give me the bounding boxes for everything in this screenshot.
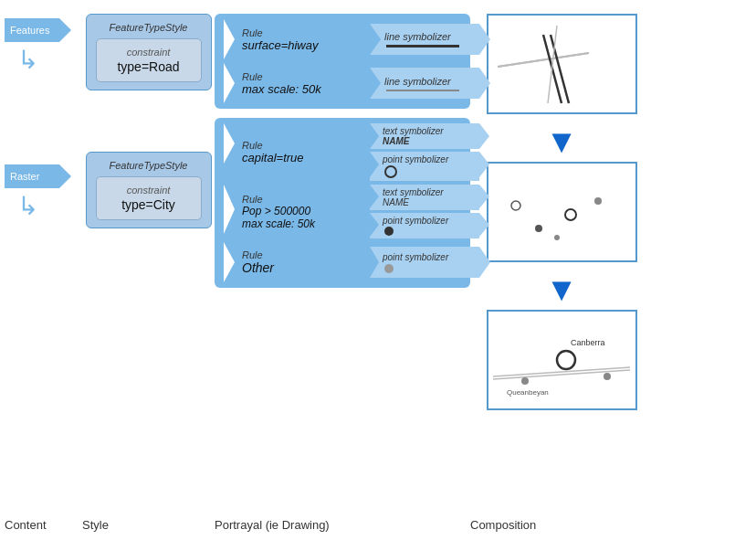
city-sym1-group: text symbolizer NAME point symbolizer: [370, 123, 479, 181]
city-sym1-label: text symbolizer: [383, 126, 470, 136]
fts2-value: type=City: [106, 197, 192, 212]
city-sym3-group: text symbolizer NAME point symbolizer: [370, 185, 479, 238]
turn-arrow-features: ↳: [17, 48, 38, 73]
label-composition: Composition: [470, 516, 653, 533]
style-column: FeatureTypeStyle constraint type=Road Fe…: [82, 9, 215, 239]
city-sym4-dot: [384, 227, 394, 236]
city-sym1-chevron: text symbolizer NAME: [370, 123, 479, 149]
fts1-value: type=Road: [106, 59, 192, 74]
features-turn-arrow: ↳: [17, 48, 59, 73]
cities-svg: [488, 164, 635, 260]
road-sym2-chevron: line symbolizer: [370, 68, 479, 99]
road-sym2-line: [386, 90, 459, 91]
svg-text:Queanbeyan: Queanbeyan: [507, 388, 549, 397]
city-sym2-chevron: point symbolizer: [370, 152, 479, 181]
city-rule1-row: Rule capital=true text symbolizer NAME: [224, 123, 461, 181]
comp-arrow-2: ▼: [545, 273, 578, 306]
combined-svg: Canberra Queanbeyan: [488, 312, 635, 408]
city-section: Rule capital=true text symbolizer NAME: [215, 118, 470, 288]
road-rule2-chevron: Rule max scale: 50k: [224, 63, 352, 103]
svg-point-14: [604, 373, 611, 380]
city-rule2-row: Rule Pop > 500000 max scale: 50k text sy…: [224, 185, 461, 238]
city-sym5-dot: [384, 264, 394, 273]
svg-point-13: [521, 377, 529, 385]
city-sym2-circle: [384, 165, 397, 178]
comp-box-cities: [487, 162, 637, 262]
city-sym3-chevron: text symbolizer NAME: [370, 185, 479, 210]
city-rule2-value: Pop > 500000: [242, 205, 339, 217]
city-rule3-value: Other: [242, 260, 339, 275]
road-rule2-value: max scale: 50k: [242, 82, 339, 96]
features-arrow: Features: [5, 18, 59, 42]
city-sym2-label: point symbolizer: [383, 154, 470, 164]
raster-arrow: Raster: [5, 164, 59, 188]
comp-box-combined: Canberra Queanbeyan: [487, 310, 637, 410]
road-rule2-row: Rule max scale: 50k line symbolizer: [224, 63, 461, 103]
raster-turn-arrow: ↳: [17, 194, 59, 219]
road-rule1-label: Rule: [242, 27, 339, 38]
svg-point-12: [557, 351, 575, 369]
svg-text:Canberra: Canberra: [571, 338, 605, 347]
svg-point-7: [565, 209, 576, 220]
city-sym3-label: text symbolizer: [383, 187, 470, 197]
road-sym1-chevron: line symbolizer: [370, 24, 479, 55]
label-content: Content: [5, 516, 82, 533]
road-rule1-row: Rule surface=hiway line symbolizer: [224, 19, 461, 59]
city-sym5-label: point symbolizer: [383, 252, 470, 262]
city-rule3-chevron: Rule Other: [224, 242, 352, 282]
city-rule2-chevron: Rule Pop > 500000 max scale: 50k: [224, 185, 352, 238]
svg-point-5: [511, 201, 520, 210]
fts1-constraint-label: constraint: [106, 47, 192, 58]
features-group: Features ↳: [5, 18, 59, 73]
road-rule1-chevron: Rule surface=hiway: [224, 19, 352, 59]
raster-group: Raster ↳: [5, 164, 59, 219]
city-rule1-chevron: Rule capital=true: [224, 123, 352, 181]
turn-arrow-raster: ↳: [17, 194, 38, 219]
road-sym2-label: line symbolizer: [384, 76, 470, 87]
city-sym5-chevron: point symbolizer: [370, 247, 479, 278]
city-sym3b-label: NAME: [383, 197, 470, 207]
fts1-title: FeatureTypeStyle: [96, 22, 202, 33]
svg-line-1: [498, 53, 589, 67]
fts2-title: FeatureTypeStyle: [96, 160, 202, 171]
fts-box-city: FeatureTypeStyle constraint type=City: [86, 152, 212, 228]
portrayal-column: Rule surface=hiway line symbolizer: [215, 9, 470, 288]
city-sym4-label: point symbolizer: [383, 216, 470, 226]
label-portrayal: Portrayal (ie Drawing): [215, 516, 470, 533]
composition-column: ▼ ▼: [470, 9, 653, 418]
fts1-constraint-box: constraint type=Road: [96, 38, 202, 82]
fts2-constraint-label: constraint: [106, 185, 192, 196]
road-rule1-value: surface=hiway: [242, 38, 339, 52]
raster-label: Raster: [10, 171, 39, 182]
fts2-constraint-box: constraint type=City: [96, 176, 202, 220]
city-rule3-row: Rule Other point symbolizer: [224, 242, 461, 282]
svg-point-8: [594, 197, 602, 205]
city-rule1-value: capital=true: [242, 151, 339, 164]
comp-arrow-1: ▼: [545, 125, 578, 158]
road-sym1-label: line symbolizer: [384, 31, 470, 42]
labels-row: Content Style Portrayal (ie Drawing) Com…: [0, 512, 756, 533]
city-sym4-chevron: point symbolizer: [370, 213, 479, 238]
features-label: Features: [10, 25, 49, 36]
city-rule2-label: Rule: [242, 194, 339, 205]
city-rule2b-value: max scale: 50k: [242, 217, 339, 230]
city-sym1b-label: NAME: [383, 136, 470, 146]
city-rule1-label: Rule: [242, 140, 339, 151]
svg-point-6: [535, 225, 542, 232]
svg-point-9: [554, 235, 560, 240]
content-column: Features ↳ Raster ↳: [5, 9, 82, 238]
roads-svg: [488, 16, 635, 112]
fts-box-road: FeatureTypeStyle constraint type=Road: [86, 14, 212, 90]
road-rule2-label: Rule: [242, 71, 339, 82]
city-rule3-label: Rule: [242, 249, 339, 260]
road-section: Rule surface=hiway line symbolizer: [215, 14, 470, 109]
label-style: Style: [82, 516, 215, 533]
road-sym1-line: [386, 45, 459, 48]
comp-box-roads: [487, 14, 637, 114]
